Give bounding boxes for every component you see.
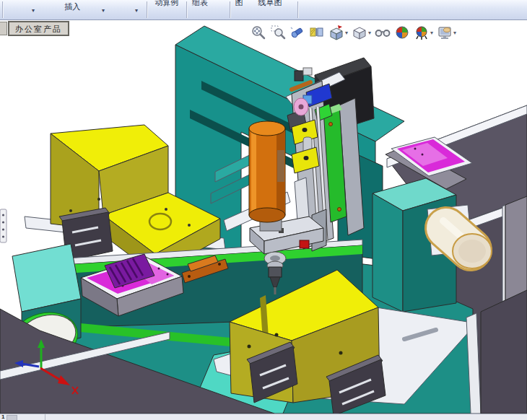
solidworks-window: ▾ 插入 部件 ▾ ▾ 动算例 细表 图 线草图 办公室产品: [0, 0, 527, 420]
dropdown-caret[interactable]: ▾: [135, 7, 138, 14]
dropdown-caret[interactable]: ▾: [102, 7, 105, 14]
tab-stub[interactable]: [0, 22, 7, 35]
toolbar-separator: [230, 1, 230, 18]
scene-beetle-icon: [414, 25, 430, 40]
toolbar-separator: [147, 1, 147, 18]
dropdown-caret: ▾: [345, 30, 348, 36]
dispenser-cylinder[interactable]: [249, 121, 285, 231]
status-left-text: 1: [1, 414, 4, 420]
eyeglasses-icon: [375, 25, 391, 40]
appearance-sphere-icon: [394, 25, 410, 40]
zoom-to-area-button[interactable]: [269, 24, 287, 41]
edit-appearance-button[interactable]: [393, 24, 411, 41]
status-box: [6, 415, 17, 420]
viewport-3d[interactable]: [0, 0, 527, 420]
section-view-icon: [309, 25, 325, 40]
previous-view-icon: [289, 25, 305, 40]
toolbar-separator: [2, 1, 3, 18]
view-orientation-button[interactable]: ▾: [328, 24, 349, 41]
zoom-to-fit-button[interactable]: [250, 24, 267, 41]
left-edge-part[interactable]: [0, 209, 6, 242]
explode-line-sketch-button[interactable]: 线草图: [253, 0, 287, 6]
previous-view-button[interactable]: [289, 24, 306, 41]
heads-up-view-toolbar: ▾ ▾: [250, 24, 457, 41]
bom-table-button[interactable]: 细表: [189, 0, 211, 6]
toolbar-separator: [186, 1, 187, 18]
display-style-button[interactable]: ▾: [351, 24, 372, 41]
view-settings-monitor-icon: [437, 25, 453, 40]
motion-study-button[interactable]: 动算例: [149, 0, 184, 6]
dropdown-caret[interactable]: ▾: [32, 7, 35, 14]
dropdown-caret: ▾: [368, 30, 371, 36]
document-tab[interactable]: 办公室产品: [8, 21, 69, 36]
zoom-to-fit-icon: [251, 25, 266, 40]
dropdown-caret: ▾: [430, 30, 433, 36]
dropdown-caret: ▾: [453, 30, 456, 36]
hide-show-items-button[interactable]: [374, 24, 391, 41]
display-style-icon: [352, 25, 367, 40]
command-toolbar: ▾ 插入 部件 ▾ ▾ 动算例 细表 图 线草图: [0, 0, 527, 20]
zoom-to-area-icon: [270, 25, 286, 40]
view-orientation-icon: [328, 25, 344, 40]
toolbar-separator: [297, 1, 298, 18]
exploded-view-button[interactable]: 图: [232, 0, 245, 6]
section-view-button[interactable]: [308, 24, 326, 41]
status-bar: 1: [0, 414, 527, 420]
apply-scene-button[interactable]: ▾: [413, 24, 434, 41]
insert-components-button[interactable]: 插入 部件: [45, 0, 87, 20]
view-settings-button[interactable]: ▾: [436, 24, 457, 41]
status-divider: [45, 414, 45, 420]
